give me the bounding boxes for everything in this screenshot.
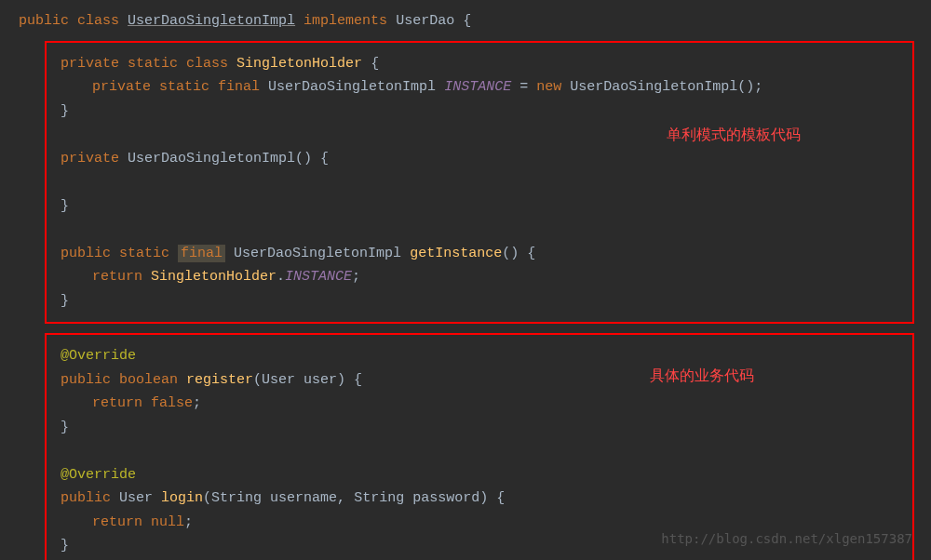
blank-line xyxy=(61,218,898,242)
class-name: UserDaoSingletonImpl xyxy=(128,13,295,29)
watermark: http://blog.csdn.net/xlgen157387 xyxy=(661,528,912,551)
close-brace: } xyxy=(61,416,898,440)
close-brace: } xyxy=(61,194,898,219)
keyword-class: class xyxy=(77,13,119,29)
code-container: public class UserDaoSingletonImpl implem… xyxy=(19,9,931,560)
register-method: public boolean register(User user) { xyxy=(61,368,898,393)
blank-line xyxy=(61,170,898,194)
annotation-business: 具体的业务代码 xyxy=(650,363,754,388)
blank-line xyxy=(61,439,898,463)
login-method: public User login(String username, Strin… xyxy=(61,487,898,511)
override-annotation: @Override xyxy=(61,344,898,368)
close-brace: } xyxy=(61,289,898,313)
keyword-public: public xyxy=(19,13,69,29)
business-code-box: 具体的业务代码 @Override public boolean registe… xyxy=(45,333,914,560)
interface-name: UserDao xyxy=(396,13,454,29)
getinstance-method: public static final UserDaoSingletonImpl… xyxy=(61,242,898,266)
open-brace: { xyxy=(454,13,471,29)
return-false: return false; xyxy=(61,392,898,416)
inner-class-decl: private static class SingletonHolder { xyxy=(61,52,898,76)
private-constructor: private UserDaoSingletonImpl() { xyxy=(61,147,898,171)
instance-field: private static final UserDaoSingletonImp… xyxy=(61,75,898,100)
annotation-singleton: 单利模式的模板代码 xyxy=(667,122,801,147)
keyword-implements: implements xyxy=(304,13,387,29)
class-declaration: public class UserDaoSingletonImpl implem… xyxy=(19,9,931,33)
override-annotation: @Override xyxy=(61,463,898,487)
singleton-template-box: 单利模式的模板代码 private static class Singleton… xyxy=(45,41,914,325)
return-instance: return SingletonHolder.INSTANCE; xyxy=(61,265,898,289)
close-brace: } xyxy=(61,100,898,124)
